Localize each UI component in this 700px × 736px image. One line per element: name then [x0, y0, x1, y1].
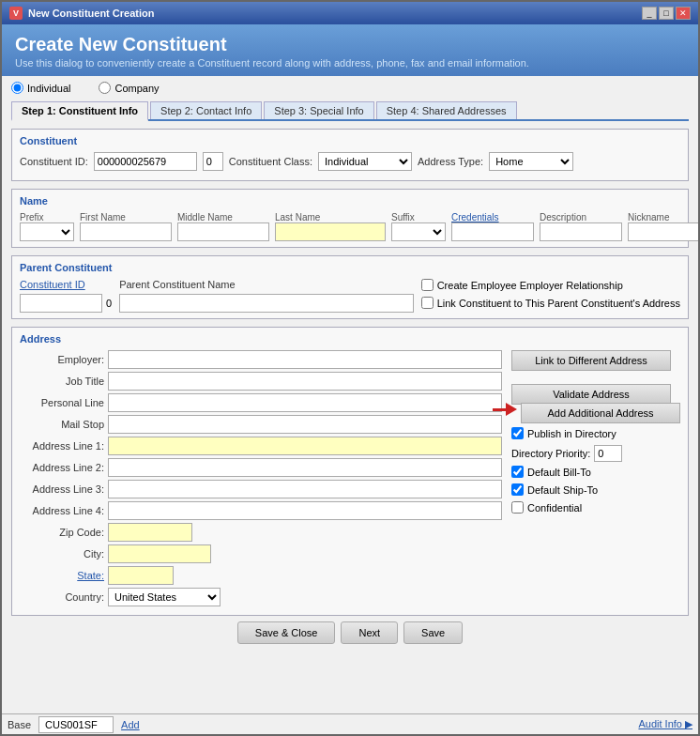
confidential-row: Confidential	[511, 501, 680, 514]
individual-radio-item[interactable]: Individual	[11, 82, 70, 94]
personal-line-row: Personal Line	[20, 393, 502, 412]
last-name-input[interactable]	[275, 222, 386, 241]
tab-shared-addresses[interactable]: Step 4: Shared Addresses	[376, 101, 517, 119]
zip-input[interactable]	[108, 523, 192, 542]
maximize-button[interactable]: □	[659, 7, 674, 20]
parent-name-input[interactable]	[119, 294, 414, 313]
close-button[interactable]: ✕	[676, 7, 691, 20]
bill-to-checkbox[interactable]	[511, 466, 524, 478]
tab3-step: Step 3:	[274, 105, 310, 116]
description-input[interactable]	[540, 222, 622, 241]
state-input[interactable]	[108, 566, 174, 585]
nickname-header: Nickname	[628, 212, 698, 222]
confidential-checkbox[interactable]	[511, 501, 524, 514]
link-different-address-button[interactable]: Link to Different Address	[511, 350, 671, 371]
address-section: Address Employer: Job Title Personal Lin…	[11, 327, 689, 616]
parent-constituent-section: Parent Constituent Constituent ID 0 Pare…	[11, 255, 689, 319]
city-input[interactable]	[108, 544, 211, 563]
constituent-class-label: Constituent Class:	[229, 156, 312, 167]
save-button[interactable]: Save	[403, 621, 463, 644]
mail-stop-label: Mail Stop	[20, 419, 104, 430]
address1-input[interactable]	[108, 437, 502, 455]
job-title-input[interactable]	[108, 372, 502, 391]
personal-line-input[interactable]	[108, 393, 502, 412]
middle-name-input[interactable]	[177, 222, 269, 241]
tab4-label: Shared Addresses	[422, 105, 507, 116]
status-add-link[interactable]: Add	[121, 719, 140, 730]
title-bar-controls: _ □ ✕	[642, 7, 691, 20]
address-grid: Employer: Job Title Personal Line Mail S…	[20, 350, 680, 609]
constituent-class-select[interactable]: Individual Organization Foundation	[318, 152, 412, 171]
status-base-label: Base	[8, 719, 31, 730]
parent-checkboxes-col: Create Employee Employer Relationship Li…	[421, 279, 680, 309]
middle-name-header: Middle Name	[177, 212, 271, 222]
nickname-col: Nickname	[628, 212, 698, 241]
state-label[interactable]: State:	[20, 570, 104, 581]
address3-input[interactable]	[108, 480, 502, 498]
tab-special-info[interactable]: Step 3: Special Info	[264, 101, 373, 119]
individual-label: Individual	[27, 83, 70, 94]
validate-address-button[interactable]: Validate Address	[511, 384, 671, 405]
footer-buttons: Save & Close Next Save	[11, 616, 689, 648]
address-type-select[interactable]: Home Work Other	[489, 152, 573, 171]
publish-directory-checkbox[interactable]	[511, 427, 524, 439]
tab-contact-info[interactable]: Step 2: Contact Info	[150, 101, 262, 119]
prefix-select[interactable]: Mr.Mrs.Ms.Dr.	[20, 222, 74, 241]
address2-input[interactable]	[108, 458, 502, 477]
job-title-row: Job Title	[20, 372, 502, 391]
first-name-input[interactable]	[80, 222, 172, 241]
priority-input[interactable]	[594, 445, 622, 462]
nickname-input[interactable]	[628, 222, 698, 241]
tab4-step: Step 4:	[387, 105, 422, 116]
parent-constituent-id-link[interactable]: Constituent ID	[20, 279, 112, 290]
arrow-line	[493, 408, 506, 411]
address4-row: Address Line 4:	[20, 501, 502, 520]
employer-input[interactable]	[108, 350, 502, 369]
credentials-header[interactable]: Credentials	[451, 212, 536, 222]
personal-line-label: Personal Line	[20, 397, 104, 408]
name-section-title: Name	[20, 195, 680, 207]
constituent-id-suffix[interactable]	[203, 152, 223, 171]
ship-to-label: Default Ship-To	[527, 484, 598, 496]
audit-info-link[interactable]: Audit Info ▶	[638, 718, 692, 730]
address4-input[interactable]	[108, 501, 502, 520]
constituent-id-input[interactable]	[94, 152, 197, 171]
country-row: Country: United States Canada United Kin…	[20, 588, 502, 606]
step-tabs: Step 1: Constituent Info Step 2: Contact…	[11, 101, 689, 121]
confidential-label: Confidential	[527, 502, 582, 514]
company-radio[interactable]	[99, 82, 111, 94]
save-close-button[interactable]: Save & Close	[237, 621, 336, 644]
status-bar: Base CUS001SF Add Audit Info ▶	[2, 713, 698, 734]
individual-radio[interactable]	[11, 82, 23, 94]
suffix-select[interactable]: Jr.Sr.III	[391, 222, 446, 241]
parent-row: Constituent ID 0 Parent Constituent Name…	[20, 279, 680, 313]
publish-directory-label: Publish in Directory	[527, 428, 616, 439]
address2-row: Address Line 2:	[20, 458, 502, 477]
mail-stop-input[interactable]	[108, 415, 502, 434]
arrow-head	[506, 403, 517, 416]
minimize-button[interactable]: _	[642, 7, 657, 20]
company-radio-item[interactable]: Company	[99, 82, 159, 94]
title-bar-left: V New Constituent Creation	[9, 7, 154, 20]
credentials-input[interactable]	[451, 222, 534, 241]
zip-row: Zip Code:	[20, 523, 502, 542]
parent-id-input[interactable]	[20, 294, 102, 313]
suffix-col: Suffix Jr.Sr.III	[391, 212, 448, 241]
zip-label: Zip Code:	[20, 527, 104, 538]
add-additional-address-button[interactable]: Add Additional Address	[521, 403, 680, 423]
parent-left-col: Constituent ID 0	[20, 279, 112, 313]
employee-employer-row: Create Employee Employer Relationship	[421, 279, 680, 291]
name-section: Name Prefix Mr.Mrs.Ms.Dr. First Name Mid…	[11, 189, 689, 248]
tab-constituent-info[interactable]: Step 1: Constituent Info	[11, 101, 148, 121]
link-parent-address-checkbox[interactable]	[421, 297, 434, 309]
mail-stop-row: Mail Stop	[20, 415, 502, 434]
country-select[interactable]: United States Canada United Kingdom Othe…	[108, 588, 221, 606]
title-bar: V New Constituent Creation _ □ ✕	[2, 2, 698, 24]
parent-section-title: Parent Constituent	[20, 262, 680, 273]
next-button[interactable]: Next	[341, 621, 398, 644]
audit-info-arrow: ▶	[685, 718, 692, 729]
employee-employer-checkbox[interactable]	[421, 279, 434, 291]
ship-to-checkbox[interactable]	[511, 483, 524, 496]
status-base-value: CUS001SF	[38, 716, 114, 733]
priority-label: Directory Priority:	[511, 448, 590, 459]
